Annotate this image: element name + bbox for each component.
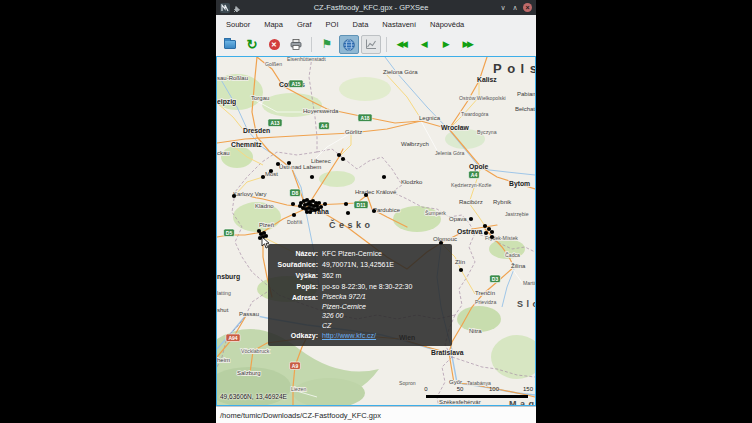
map-label-kladno: Kladno [255,203,274,209]
reload-file-button[interactable]: ↻ [242,35,262,54]
menu-item-data[interactable]: Data [345,18,375,31]
tooltip-field-label: Popis: [272,281,318,292]
scale-label: 0 [424,386,427,392]
waypoint-dot[interactable] [310,175,314,179]
map-label-gol-en: Golßen [265,61,282,67]
map-label-liezen: Liezen [291,386,306,392]
map-label-polska: Polska [493,61,535,76]
road-badge-a15: A15 [289,80,303,88]
map-label-sau-ro-lau: sau-Roßlau [217,75,248,81]
waypoint-dot[interactable] [287,161,291,165]
map-canvas[interactable]: PolskaČeskoSlovenskoMagyarországEisenhüt… [217,57,535,406]
map-label-passau: Passau [239,311,259,317]
waypoint-dot[interactable] [317,201,321,205]
waypoint-dot[interactable] [372,209,376,213]
maximize-button[interactable]: ∧ [509,0,521,15]
map-label-k-odzko: Kłodzko [401,179,423,185]
map-label-jastrz-bie: Jastrzębie [505,211,529,217]
scale-label: 100 [489,386,499,392]
show-map-toggle[interactable] [339,35,359,54]
waypoint-dot[interactable] [298,204,302,208]
waypoint-dot[interactable] [319,205,323,209]
waypoint-dot[interactable] [487,227,491,231]
print-button[interactable] [286,35,306,54]
waypoint-dot[interactable] [261,175,265,179]
close-icon: ✕ [269,39,280,50]
waypoint-dot[interactable] [337,153,341,157]
svg-text:D11: D11 [357,202,366,208]
road-badge-a4: A4 [469,171,480,179]
waypoint-dot[interactable] [323,202,327,206]
map-label-martin: Martin [523,280,535,286]
map-label-be-chat-w: Bełchatów [515,106,535,112]
next-file-button[interactable]: ▶ [436,35,456,54]
flag-icon: ⚑ [322,39,333,50]
waypoint-dot[interactable] [344,202,348,206]
map-label-legnica: Legnica [419,115,441,121]
close-window-button[interactable]: × [523,3,532,12]
map-label-ilina: Žilina [511,262,526,269]
menu-item-poi[interactable]: POI [319,18,346,31]
map-label-shut: shut [217,307,229,313]
tooltip-field-value: KFC Plzen-Cernice [322,248,446,259]
show-poi-toggle[interactable]: ⚑ [317,35,337,54]
map-label-hoyerswerda: Hoyerswerda [303,108,339,114]
tooltip-field-label: Adresa: [272,292,318,330]
tooltip-row-v-ka: Výška:362 m [272,270,446,281]
scale-label: 150 [523,386,533,392]
title-bar[interactable]: CZ-Fastfoody_KFC.gpx - GPXSee ∨ ∧ × [216,0,536,15]
prev-icon: ◀ [421,40,427,49]
waypoint-dot[interactable] [305,210,309,214]
menu-item-mapa[interactable]: Mapa [257,18,290,31]
map-label-magyarorsz-g: Magyarország [509,399,535,406]
waypoint-dot[interactable] [490,235,494,239]
svg-text:A94: A94 [228,335,237,341]
waypoint-dot[interactable] [341,157,345,161]
waypoint-link[interactable]: http://www.kfc.cz/ [322,332,376,339]
tooltip-field-label: Název: [272,248,318,259]
waypoint-dot[interactable] [459,268,463,272]
previous-file-button[interactable]: ◀ [414,35,434,54]
road-badge-d5: D5 [224,229,235,237]
tooltip-field-label: Výška: [272,270,318,281]
show-graphs-toggle[interactable] [361,35,381,54]
waypoint-tooltip: Název:KFC Plzen-CerniceSouřadnice:49,700… [268,244,452,346]
road-badge-a4: A4 [319,122,330,130]
waypoint-dot[interactable] [292,213,296,217]
waypoint-dot[interactable] [346,211,350,215]
app-icon [220,3,230,13]
waypoint-dot[interactable] [484,231,488,235]
first-file-button[interactable]: ◀◀ [392,35,412,54]
tooltip-field-label: Souřadnice: [272,259,318,270]
open-file-button[interactable] [220,35,240,54]
waypoint-dot[interactable] [469,217,473,221]
menu-item-soubor[interactable]: Soubor [219,18,257,31]
map-label-fr-dek-m-stek: Frýdek-Místek [485,235,518,241]
toolbar-separator [311,37,312,52]
waypoint-dot[interactable] [382,175,386,179]
svg-text:A4: A4 [471,172,478,178]
map-viewport[interactable]: PolskaČeskoSlovenskoMagyarországEisenhüt… [216,56,536,406]
close-file-button[interactable]: ✕ [264,35,284,54]
menu-item-n-pov-da[interactable]: Nápověda [423,18,471,31]
map-label-g-rlitz: Görlitz [345,129,362,135]
waypoint-dot[interactable] [269,169,273,173]
road-badge-d11: D11 [354,201,368,209]
waypoint-dot[interactable] [276,162,280,166]
scale-label: 50 [457,386,464,392]
last-file-button[interactable]: ▶▶ [458,35,478,54]
graph-icon [365,39,377,50]
toolbar-separator [386,37,387,52]
menu-item-graf[interactable]: Graf [290,18,319,31]
waypoint-dot[interactable] [483,224,487,228]
waypoint-dot[interactable] [232,194,236,198]
tooltip-field-value: Pisecka 972/1Plzen-Cernice326 00CZ [322,292,446,330]
waypoint-dot[interactable] [291,202,295,206]
map-label-st-nad-labem: Ústí nad Labem [279,164,321,170]
waypoint-dot[interactable] [364,193,368,197]
waypoint-dot[interactable] [490,230,494,234]
map-label-heim: heim [217,357,230,363]
road-badge-d3: D3 [490,275,501,283]
minimize-button[interactable]: ∨ [497,0,509,15]
menu-item-nastaven[interactable]: Nastavení [375,18,423,31]
